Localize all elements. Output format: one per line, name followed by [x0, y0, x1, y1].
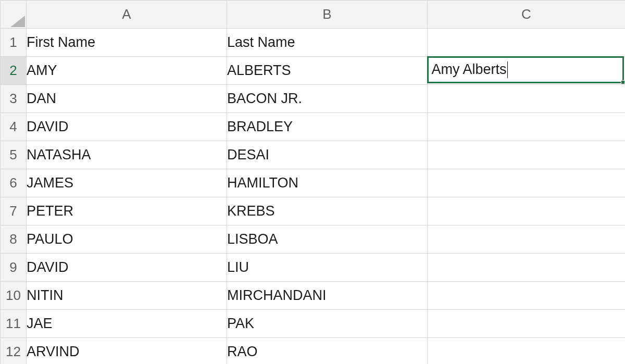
row-header-3[interactable]: 3 — [1, 85, 27, 113]
select-all-corner[interactable] — [1, 1, 27, 29]
table-row: 3 DAN BACON JR. — [1, 85, 626, 113]
cell-B4[interactable]: BRADLEY — [227, 113, 428, 141]
cell-B7[interactable]: KREBS — [227, 197, 428, 225]
cell-A8[interactable]: PAULO — [27, 225, 227, 254]
cell-A2[interactable]: AMY — [27, 57, 227, 85]
cell-C1[interactable] — [428, 29, 626, 57]
spreadsheet-viewport: A B C 1 First Name Last Name 2 AMY ALBER… — [0, 0, 625, 364]
cell-B3[interactable]: BACON JR. — [227, 85, 428, 113]
table-row: 8 PAULO LISBOA — [1, 225, 626, 254]
select-all-triangle-icon — [10, 16, 25, 27]
table-row: 2 AMY ALBERTS — [1, 57, 626, 85]
cell-C7[interactable] — [428, 197, 626, 225]
cell-C11[interactable] — [428, 310, 626, 338]
cell-B5[interactable]: DESAI — [227, 141, 428, 169]
cell-B1[interactable]: Last Name — [227, 29, 428, 57]
cell-A11[interactable]: JAE — [27, 310, 227, 338]
cell-C5[interactable] — [428, 141, 626, 169]
cell-B6[interactable]: HAMILTON — [227, 169, 428, 197]
table-row: 5 NATASHA DESAI — [1, 141, 626, 169]
table-row: 9 DAVID LIU — [1, 254, 626, 282]
cell-B11[interactable]: PAK — [227, 310, 428, 338]
cell-A10[interactable]: NITIN — [27, 282, 227, 310]
cell-B2[interactable]: ALBERTS — [227, 57, 428, 85]
cell-C9[interactable] — [428, 254, 626, 282]
spreadsheet-grid[interactable]: A B C 1 First Name Last Name 2 AMY ALBER… — [0, 0, 625, 364]
row-header-10[interactable]: 10 — [1, 282, 27, 310]
table-row: 12 ARVIND RAO — [1, 338, 626, 365]
column-header-B[interactable]: B — [227, 1, 428, 29]
cell-C8[interactable] — [428, 225, 626, 254]
cell-A7[interactable]: PETER — [27, 197, 227, 225]
column-header-A[interactable]: A — [27, 1, 227, 29]
cell-C10[interactable] — [428, 282, 626, 310]
cell-A1[interactable]: First Name — [27, 29, 227, 57]
cell-A4[interactable]: DAVID — [27, 113, 227, 141]
cell-A9[interactable]: DAVID — [27, 254, 227, 282]
table-row: 6 JAMES HAMILTON — [1, 169, 626, 197]
row-header-8[interactable]: 8 — [1, 225, 27, 254]
table-row: 1 First Name Last Name — [1, 29, 626, 57]
cell-B9[interactable]: LIU — [227, 254, 428, 282]
row-header-12[interactable]: 12 — [1, 338, 27, 365]
cell-A5[interactable]: NATASHA — [27, 141, 227, 169]
cell-C3[interactable] — [428, 85, 626, 113]
cell-C4[interactable] — [428, 113, 626, 141]
cell-B8[interactable]: LISBOA — [227, 225, 428, 254]
table-row: 11 JAE PAK — [1, 310, 626, 338]
row-header-2[interactable]: 2 — [1, 57, 27, 85]
row-header-7[interactable]: 7 — [1, 197, 27, 225]
cell-C6[interactable] — [428, 169, 626, 197]
row-header-9[interactable]: 9 — [1, 254, 27, 282]
cell-B10[interactable]: MIRCHANDANI — [227, 282, 428, 310]
cell-C12[interactable] — [428, 338, 626, 365]
cell-C2[interactable] — [428, 57, 626, 85]
row-header-5[interactable]: 5 — [1, 141, 27, 169]
cell-B12[interactable]: RAO — [227, 338, 428, 365]
cell-A3[interactable]: DAN — [27, 85, 227, 113]
table-row: 7 PETER KREBS — [1, 197, 626, 225]
table-row: 4 DAVID BRADLEY — [1, 113, 626, 141]
row-header-11[interactable]: 11 — [1, 310, 27, 338]
cell-A12[interactable]: ARVIND — [27, 338, 227, 365]
cell-A6[interactable]: JAMES — [27, 169, 227, 197]
row-header-4[interactable]: 4 — [1, 113, 27, 141]
table-row: 10 NITIN MIRCHANDANI — [1, 282, 626, 310]
row-header-6[interactable]: 6 — [1, 169, 27, 197]
column-header-C[interactable]: C — [428, 1, 626, 29]
column-header-row: A B C — [1, 1, 626, 29]
row-header-1[interactable]: 1 — [1, 29, 27, 57]
